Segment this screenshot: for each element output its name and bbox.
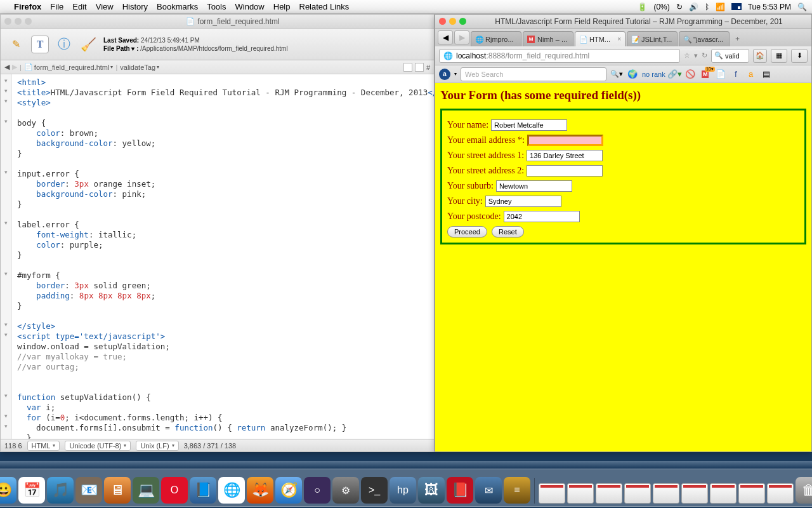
menu-related-links[interactable]: Related Links	[299, 2, 350, 11]
browser-tab[interactable]: 📝JSLint,T...	[627, 31, 678, 46]
dock-app[interactable]: ≡	[504, 477, 530, 504]
proceed-button[interactable]: Proceed	[447, 226, 487, 237]
gmail-icon[interactable]: M10▾	[700, 69, 711, 80]
downloads-icon[interactable]: ⬇	[791, 49, 808, 63]
menu-edit[interactable]: Edit	[72, 2, 86, 11]
rank-globe-icon[interactable]: 🌍	[627, 69, 638, 80]
browser-tab[interactable]: 🔍"javascr...	[679, 31, 730, 46]
dock-app[interactable]: 📘	[190, 477, 216, 504]
dock-app[interactable]: 🦊	[247, 477, 273, 504]
dock-app[interactable]: ○	[304, 477, 331, 504]
minimized-window[interactable]	[653, 483, 679, 504]
breadcrumb-file[interactable]: 📄 form_field_required.html ▾	[24, 63, 114, 71]
facebook-icon[interactable]: f	[730, 69, 742, 80]
web-search-input[interactable]: Web Search	[461, 67, 606, 81]
menu-bookmarks[interactable]: Bookmarks	[157, 2, 198, 11]
text-input[interactable]	[496, 180, 572, 192]
text-input[interactable]	[485, 196, 561, 207]
dock-app[interactable]: O	[161, 477, 188, 504]
browser-tab[interactable]: 🌐Rjmpro...	[471, 31, 521, 46]
minimized-window[interactable]	[539, 483, 565, 504]
reload-icon[interactable]: ↻	[702, 51, 707, 60]
minimized-window[interactable]	[767, 483, 794, 504]
firefox-titlebar[interactable]: HTML/Javascript Form Field Required Tuto…	[435, 15, 811, 29]
nav-forward-button[interactable]: ▶	[454, 30, 469, 44]
amazon-icon[interactable]: a	[745, 69, 757, 80]
code-area[interactable]: ▾▾▾▾▾▾▾▾▾▾▾▾ <html> <title>HTML/Javascri…	[1, 74, 434, 439]
minimized-window[interactable]	[567, 483, 594, 504]
code-content[interactable]: <html> <title>HTML/Javascript Form Field…	[12, 74, 434, 439]
dock-app[interactable]: 🎵	[47, 477, 74, 504]
sync-icon[interactable]: ↻	[676, 3, 683, 11]
dock-app[interactable]: 😀	[0, 477, 16, 504]
editor-titlebar[interactable]: form_field_required.html	[1, 15, 434, 29]
block-icon[interactable]: 🚫	[684, 69, 696, 80]
window-controls[interactable]	[4, 18, 32, 25]
window-controls[interactable]	[439, 18, 466, 25]
dock-app[interactable]: 📧	[75, 477, 102, 504]
encoding-select[interactable]: Unicode (UTF-8)	[65, 441, 131, 451]
dock-app[interactable]: ⚙	[332, 477, 359, 504]
browser-tab[interactable]: MNimh – ...	[523, 31, 573, 46]
text-input[interactable]	[527, 165, 603, 177]
minimized-window[interactable]	[624, 483, 651, 504]
flag-icon[interactable]	[731, 3, 742, 10]
trash-icon[interactable]: 🗑	[796, 477, 812, 504]
menu-history[interactable]: History	[122, 2, 148, 11]
dock-app[interactable]: 🧭	[275, 477, 302, 504]
menu-view[interactable]: View	[96, 2, 114, 11]
dropdown-icon[interactable]: ▾	[694, 51, 698, 60]
volume-icon[interactable]: 🔊	[689, 3, 698, 11]
more-icon[interactable]: ▤	[761, 69, 772, 80]
menu-window[interactable]: Window	[235, 2, 265, 11]
search-go-icon[interactable]: 🔍▾	[610, 70, 623, 78]
new-tab-button[interactable]: ＋	[731, 32, 743, 44]
link-icon[interactable]: 🔗▾	[669, 69, 681, 80]
clock[interactable]: Tue 5:53 PM	[748, 3, 791, 11]
text-input[interactable]	[504, 211, 580, 222]
text-input[interactable]	[527, 135, 603, 146]
minimized-window[interactable]	[681, 483, 708, 504]
browser-tab[interactable]: 📄HTM...×	[575, 31, 625, 46]
close-tab-icon[interactable]: ×	[617, 36, 621, 43]
bluetooth-icon[interactable]: ᛒ	[705, 3, 709, 11]
dock-app[interactable]: 📕	[447, 477, 473, 504]
mini-btn-2[interactable]	[415, 63, 424, 72]
text-input[interactable]	[491, 119, 567, 131]
bookmark-star-icon[interactable]: ☆	[684, 51, 690, 60]
text-input[interactable]	[527, 150, 603, 161]
url-input[interactable]: 🌐 localhost:8888/form_field_required.htm…	[439, 49, 680, 63]
text-tool-icon[interactable]: T	[31, 36, 49, 53]
menu-tools[interactable]: Tools	[207, 2, 226, 11]
battery-icon[interactable]: 🔋	[638, 3, 647, 11]
nav-fwd-icon[interactable]: ▶	[12, 63, 17, 71]
dock-app[interactable]: ✉	[475, 477, 502, 504]
dock-app[interactable]: 🖥	[104, 477, 131, 504]
page-icon[interactable]: 📄	[715, 69, 726, 80]
menu-help[interactable]: Help	[273, 2, 291, 11]
toolbar-overflow-icon[interactable]: ▦	[771, 49, 787, 63]
minimized-window[interactable]	[596, 483, 622, 504]
spotlight-icon[interactable]: 🔍	[797, 3, 807, 11]
dock-app[interactable]: 📅	[18, 477, 45, 504]
info-icon[interactable]: ⓘ	[55, 36, 73, 53]
search-box-small[interactable]: 🔍 valid	[711, 49, 749, 63]
tidy-icon[interactable]: 🧹	[79, 36, 97, 53]
dock-app[interactable]: 🌐	[218, 477, 245, 504]
minimized-window[interactable]	[710, 483, 737, 504]
dock-app[interactable]: 🖼	[418, 477, 445, 504]
minimized-window[interactable]	[738, 483, 765, 504]
breadcrumb-symbol[interactable]: validateTag ▾	[120, 64, 159, 71]
language-select[interactable]: HTML	[27, 441, 60, 451]
dock-app[interactable]: hp	[390, 477, 416, 504]
reset-button[interactable]: Reset	[492, 226, 524, 237]
nav-back-button[interactable]: ◀	[438, 30, 453, 44]
lineending-select[interactable]: Unix (LF)	[136, 441, 178, 451]
home-button[interactable]: 🏠	[753, 49, 767, 63]
mini-btn-1[interactable]	[403, 63, 412, 72]
wifi-icon[interactable]: 📶	[716, 3, 725, 11]
nav-back-icon[interactable]: ◀	[4, 63, 10, 71]
app-name[interactable]: Firefox	[14, 2, 41, 11]
pencil-icon[interactable]: ✎	[7, 36, 25, 53]
dock-app[interactable]: 💻	[133, 477, 159, 504]
